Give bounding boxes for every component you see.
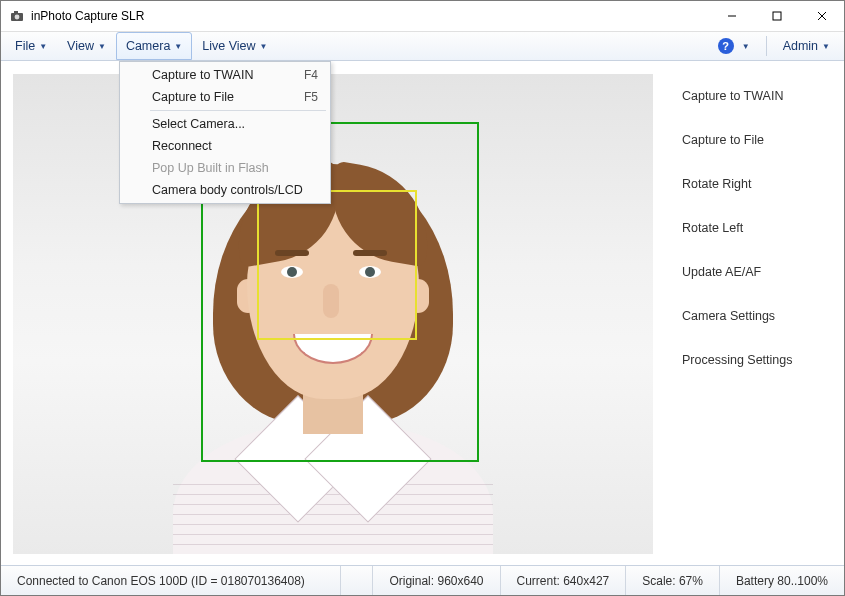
action-capture-twain[interactable]: Capture to TWAIN bbox=[682, 89, 830, 103]
svg-rect-4 bbox=[773, 12, 781, 20]
action-processing-settings[interactable]: Processing Settings bbox=[682, 353, 830, 367]
menu-label: View bbox=[67, 39, 94, 53]
camera-dropdown: Capture to TWAIN F4 Capture to File F5 S… bbox=[119, 61, 331, 204]
status-connection: Connected to Canon EOS 100D (ID = 018070… bbox=[1, 566, 341, 595]
menu-label: File bbox=[15, 39, 35, 53]
menu-admin[interactable]: Admin▼ bbox=[773, 39, 840, 53]
dropdown-shortcut: F5 bbox=[304, 90, 318, 104]
chevron-down-icon: ▼ bbox=[39, 42, 47, 51]
menu-view[interactable]: View▼ bbox=[57, 32, 116, 60]
dropdown-label: Pop Up Built in Flash bbox=[152, 161, 269, 175]
window-controls bbox=[709, 1, 844, 31]
status-current: Current: 640x427 bbox=[501, 566, 627, 595]
dropdown-label: Camera body controls/LCD bbox=[152, 183, 303, 197]
svg-rect-1 bbox=[14, 11, 18, 14]
menu-label: Camera bbox=[126, 39, 170, 53]
maximize-button[interactable] bbox=[754, 1, 799, 31]
status-original: Original: 960x640 bbox=[373, 566, 500, 595]
chevron-down-icon: ▼ bbox=[742, 42, 750, 51]
help-icon: ? bbox=[718, 38, 734, 54]
app-icon bbox=[9, 8, 25, 24]
action-rotate-left[interactable]: Rotate Left bbox=[682, 221, 830, 235]
close-button[interactable] bbox=[799, 1, 844, 31]
dropdown-label: Select Camera... bbox=[152, 117, 245, 131]
status-battery: Battery 80..100% bbox=[720, 566, 844, 595]
window-title: inPhoto Capture SLR bbox=[31, 9, 144, 23]
dropdown-label: Reconnect bbox=[152, 139, 212, 153]
dropdown-shortcut: F4 bbox=[304, 68, 318, 82]
menubar: File▼ View▼ Camera▼ Live View▼ ?▼ Admin▼ bbox=[1, 31, 844, 61]
menu-file[interactable]: File▼ bbox=[5, 32, 57, 60]
menu-divider bbox=[766, 36, 767, 56]
chevron-down-icon: ▼ bbox=[822, 42, 830, 51]
camera-preview-image bbox=[13, 74, 653, 554]
side-actions-panel: Capture to TWAIN Capture to File Rotate … bbox=[664, 61, 844, 564]
chevron-down-icon: ▼ bbox=[174, 42, 182, 51]
status-scale: Scale: 67% bbox=[626, 566, 720, 595]
statusbar: Connected to Canon EOS 100D (ID = 018070… bbox=[1, 565, 844, 595]
menu-label: Admin bbox=[783, 39, 818, 53]
svg-point-2 bbox=[15, 15, 20, 20]
titlebar: inPhoto Capture SLR bbox=[1, 1, 844, 31]
minimize-button[interactable] bbox=[709, 1, 754, 31]
action-camera-settings[interactable]: Camera Settings bbox=[682, 309, 830, 323]
action-rotate-right[interactable]: Rotate Right bbox=[682, 177, 830, 191]
dropdown-item-capture-file[interactable]: Capture to File F5 bbox=[122, 86, 328, 108]
dropdown-separator bbox=[150, 110, 326, 111]
face-detect-rectangle bbox=[257, 190, 417, 340]
action-update-ae-af[interactable]: Update AE/AF bbox=[682, 265, 830, 279]
dropdown-item-body-controls[interactable]: Camera body controls/LCD bbox=[122, 179, 328, 201]
dropdown-item-select-camera[interactable]: Select Camera... bbox=[122, 113, 328, 135]
menu-camera[interactable]: Camera▼ bbox=[116, 32, 192, 60]
dropdown-label: Capture to TWAIN bbox=[152, 68, 253, 82]
chevron-down-icon: ▼ bbox=[260, 42, 268, 51]
chevron-down-icon: ▼ bbox=[98, 42, 106, 51]
dropdown-item-reconnect[interactable]: Reconnect bbox=[122, 135, 328, 157]
dropdown-label: Capture to File bbox=[152, 90, 234, 104]
dropdown-item-popup-flash: Pop Up Built in Flash bbox=[122, 157, 328, 179]
menu-live-view[interactable]: Live View▼ bbox=[192, 32, 277, 60]
menu-help[interactable]: ?▼ bbox=[708, 38, 760, 54]
menu-label: Live View bbox=[202, 39, 255, 53]
action-capture-file[interactable]: Capture to File bbox=[682, 133, 830, 147]
dropdown-item-capture-twain[interactable]: Capture to TWAIN F4 bbox=[122, 64, 328, 86]
live-preview-pane bbox=[1, 61, 664, 564]
